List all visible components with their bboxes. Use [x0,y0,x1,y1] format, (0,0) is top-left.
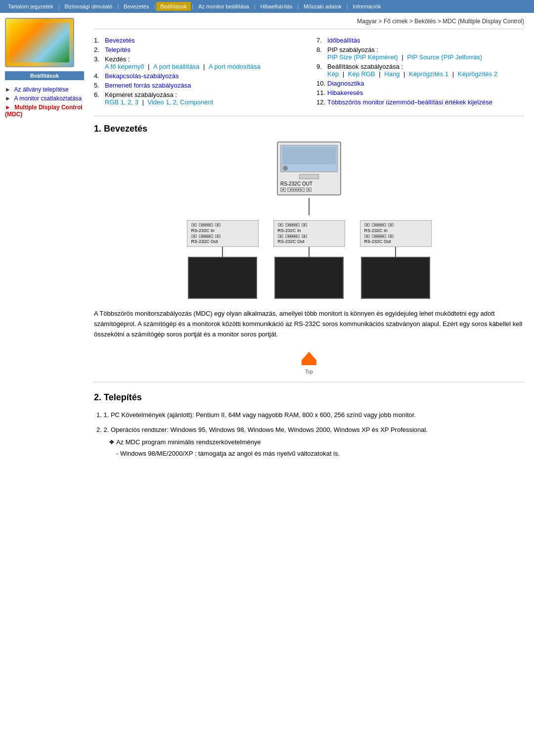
toc-num-2: 2. [94,46,103,53]
install-item-1-text: 1. PC Követelmények (ajánlott): Pentium … [103,411,416,419]
toc-sublinks-8: PIP Size (PIP Képméret) | PIP Source (PI… [327,53,482,61]
monitor1-vline [222,247,223,257]
toc-sublink-6a[interactable]: RGB 1, 2, 3 [105,98,138,106]
top-monitor-screen [280,145,338,172]
sidebar-item-csatlakozas[interactable]: ► A monitor csatlakoztatása [5,94,84,103]
toc-link-1[interactable]: Bevezetés [105,37,135,44]
nav-bar: Tartalom jegyzetek | Biztonsági útmutató… [0,0,534,13]
toc-num-9: 9. [316,63,325,78]
top-port-row [280,188,338,192]
breadcrumb: Magyar > Fő cimek > Bekötés > MDC (Multi… [94,18,524,29]
toc-label-3: Kezdés : [105,55,130,63]
install-subitem-1: ❖ Az MDC program minimális rendszerkövet… [109,437,524,458]
install-item-1: 1. PC Követelmények (ajánlott): Pentium … [94,410,524,420]
top-monitor-box: RS-232C OUT [277,142,341,195]
monitor3-out-port-center [372,235,386,238]
nav-item-tartalom[interactable]: Tartalom jegyzetek [4,2,57,11]
toc-link-4[interactable]: Bekapcsolás-szabályozás [105,72,179,80]
nav-item-hibael[interactable]: Hibaelhárítás [257,2,297,11]
monitor2-vline [309,247,310,257]
toc-sublink-9b[interactable]: Kép RGB [348,70,375,78]
divider-2 [94,382,524,382]
sidebar-link-allvany[interactable]: Az állvány telepítése [14,86,69,93]
toc-num-6: 6. [94,91,103,106]
content-area: Magyar > Fő cimek > Bekötés > MDC (Multi… [89,18,529,463]
install-item-2: 2. Operációs rendszer: Windows 95, Windo… [94,425,524,459]
toc-link-5[interactable]: Bemeneti forrás szabályozása [105,82,191,89]
section1: 1. Bevezetés RS-232C OUT [94,124,524,382]
monitor1-screen [188,257,257,299]
monitor1-out-label: RS-232C Out [191,239,254,244]
toc-num-4: 4. [94,72,103,80]
monitor1-conn: RS-232C In [187,220,259,247]
monitor2-in-port-left [278,223,283,227]
top-button[interactable]: Top [297,349,321,375]
nav-item-informaciok[interactable]: Információk [349,2,385,11]
toc-link-12[interactable]: Többszörös monitor üzemmód–beállítási ér… [327,98,492,106]
monitor2-in-port-center [285,223,300,227]
install-list: 1. PC Követelmények (ajánlott): Pentium … [94,410,524,458]
install-sublist: ❖ Az MDC program minimális rendszerkövet… [96,437,524,458]
section1-description: A Többszörös monitorszabályozás (MDC) eg… [94,309,524,339]
toc-sublink-9c[interactable]: Hang [384,70,400,78]
toc-num-1: 1. [94,37,103,44]
top-btn-icon [297,349,321,369]
sidebar-item-mdc[interactable]: ► Multiple Display Control (MDC) [5,103,84,119]
monitor3-in-port-right [388,223,394,227]
sidebar-link-mdc[interactable]: Multiple Display Control (MDC) [5,104,83,118]
connector-line-top [309,198,310,215]
sidebar-image-inner [10,23,69,62]
toc-sublink-8b[interactable]: PIP Source (PIP Jelforrás) [407,53,482,61]
top-label: Top [305,369,313,375]
toc-link-7[interactable]: Időbeállítás [327,37,360,44]
toc-sublink-6b[interactable]: Video 1, 2, Component [148,98,214,106]
rs232-out-label: RS-232C OUT [280,181,338,187]
toc-num-11: 11. [316,89,325,96]
toc-link-10[interactable]: Diagnosztika [327,80,364,87]
toc-sublink-3c[interactable]: A port módosítása [209,63,261,70]
monitor2-in-label: RS-232C In [278,228,341,233]
toc-num-10: 10. [316,80,325,87]
toc-item-3: 3. Kezdés : A fő képernyő | A port beáll… [94,55,302,70]
toc-sublink-9e[interactable]: Képrögzítés 2 [458,70,497,78]
toc-num-8: 8. [316,46,325,61]
install-sub-subitem-1: - Windows 98/ME/2000/XP : támogatja az a… [116,449,524,459]
toc-item-4: 4. Bekapcsolás-szabályozás [94,72,302,80]
toc-sublink-9a[interactable]: Kép [327,70,339,78]
toc-sublink-3a[interactable]: A fő képernyő [105,63,144,70]
monitor-unit-1: RS-232C In [187,220,259,299]
top-port-center [287,188,305,192]
toc-sublink-8a[interactable]: PIP Size (PIP Képméret) [327,53,398,61]
top-button-container[interactable]: Top [94,349,524,375]
toc-label-9: Beállítások szabályozása : [327,63,403,70]
toc-link-2[interactable]: Telepítés [105,46,131,53]
monitor2-out-port-right [302,235,307,238]
section2: 2. Telepítés 1. PC Követelmények (ajánlo… [94,392,524,458]
toc-sublink-3b[interactable]: A port beállítása [153,63,199,70]
toc-link-11[interactable]: Hibakeresés [327,89,363,96]
monitor1-in-port-right [215,223,221,227]
toc-sublink-9d[interactable]: Képrögzítés 1 [409,70,448,78]
svg-marker-1 [302,352,316,360]
nav-item-monitor[interactable]: Az monitor beállítása [194,2,253,11]
svg-rect-0 [302,360,316,365]
monitor2-conn: RS-232C In [273,220,345,247]
sidebar-menu: ► Az állvány telepítése ► A monitor csat… [5,84,84,120]
nav-item-biztonsagi[interactable]: Biztonsági útmutató [61,2,117,11]
section1-heading: 1. Bevezetés [94,124,524,134]
monitor3-screen [361,257,430,299]
monitor2-in-row [278,223,341,227]
section2-heading: 2. Telepítés [94,392,524,403]
nav-item-muszaki[interactable]: Műszaki adatok [300,2,345,11]
sidebar-arrow-1: ► [5,86,11,93]
sidebar-link-csatlakozas[interactable]: A monitor csatlakoztatása [14,95,82,102]
monitor2-out-port-left [278,235,283,238]
toc-sublinks-6: RGB 1, 2, 3 | Video 1, 2, Component [105,98,213,106]
sidebar-item-allvany[interactable]: ► Az állvány telepítése [5,85,84,94]
monitor1-in-port-center [199,223,213,227]
monitors-row: RS-232C In [187,220,432,299]
sidebar-image [5,18,74,67]
nav-item-beallitasok[interactable]: Beállítások [156,2,191,11]
top-monitor: RS-232C OUT [277,142,341,195]
nav-item-bevezetes[interactable]: Bevezetés [120,2,153,11]
